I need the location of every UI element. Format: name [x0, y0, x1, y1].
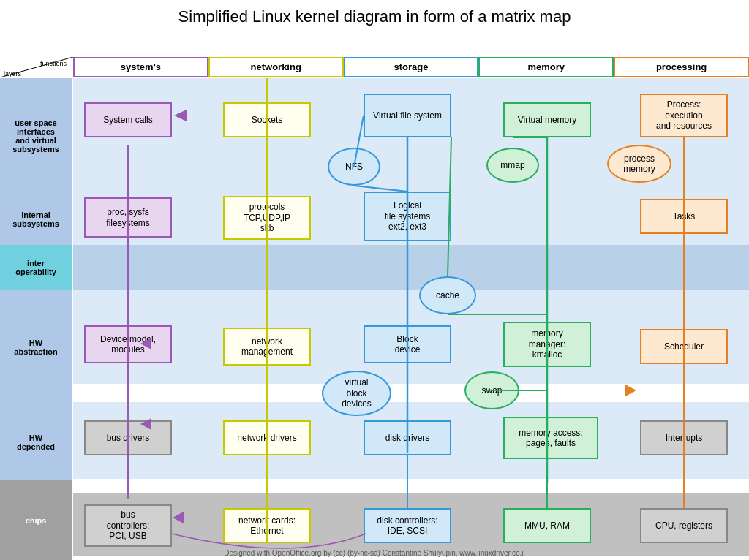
band-interop [73, 245, 749, 290]
box-virtual-block: virtual block devices [322, 371, 391, 416]
box-network-drivers: network drivers [223, 420, 311, 455]
label-hw-dep: HW depended [0, 404, 72, 480]
box-bus-drivers: bus drivers [84, 420, 172, 455]
box-scheduler: Scheduler [640, 329, 728, 364]
label-userspace: user space interfaces and virtual subsys… [0, 78, 72, 194]
svg-marker-20 [625, 385, 636, 396]
box-block-device: Block device [364, 325, 451, 363]
box-process-memory: process memory [607, 145, 671, 183]
box-system-calls: System calls [84, 102, 172, 137]
box-mmap: mmap [486, 148, 539, 183]
box-bus-controllers: bus controllers: PCI, USB [84, 504, 172, 547]
header-row: system's networking storage memory proce… [73, 57, 749, 77]
box-process-exec: Process: execution and resources [640, 94, 728, 137]
label-hw-abs: HW abstraction [0, 290, 72, 404]
svg-text:functions: functions [40, 60, 67, 67]
box-device-model: Device model, modules [84, 325, 172, 363]
box-tasks: Tasks [640, 199, 728, 234]
box-virtual-memory: Virtual memory [503, 102, 591, 137]
box-disk-controllers: disk controllers: IDE, SCSI [364, 508, 451, 543]
label-chips: chips [0, 480, 72, 560]
box-vfs: Virtual file system [364, 94, 451, 137]
box-nfs: NFS [328, 148, 380, 186]
svg-text:layers: layers [4, 70, 22, 77]
footer: Designed with OpenOffice.org by (cc) (by… [0, 549, 749, 557]
box-swap: swap [464, 371, 519, 409]
box-memory-manager: memory manager: kmalloc [503, 322, 591, 367]
box-memory-access: memory access: pages, faults [503, 417, 598, 459]
box-disk-drivers: disk drivers [364, 420, 451, 455]
box-network-cards: network cards: Ethernet [223, 508, 311, 543]
corner-label: functions layers [0, 57, 73, 77]
box-logical-fs: Logical file systems ext2, ext3 [364, 192, 451, 241]
box-mmu-ram: MMU, RAM [503, 508, 591, 543]
label-internal: internal subsystems [0, 194, 72, 245]
box-network-mgmt: network management [223, 328, 311, 366]
box-interrupts: Interrupts [640, 420, 728, 455]
box-sockets: Sockets [223, 102, 311, 137]
box-cache: cache [419, 276, 476, 314]
col-header-memory: memory [478, 57, 614, 77]
box-proc-sysfs: proc, sysfs filesystems [84, 197, 172, 238]
box-cpu-registers: CPU, registers [640, 508, 728, 543]
col-header-systems: system's [73, 57, 208, 77]
col-header-processing: processing [614, 57, 749, 77]
col-header-storage: storage [344, 57, 479, 77]
col-header-networking: networking [208, 57, 344, 77]
label-interop: inter operability [0, 245, 72, 290]
page-title: Simplified Linux kernel diagram in form … [0, 0, 749, 29]
box-protocols: protocols TCP,UDP,IP skb [223, 196, 311, 240]
